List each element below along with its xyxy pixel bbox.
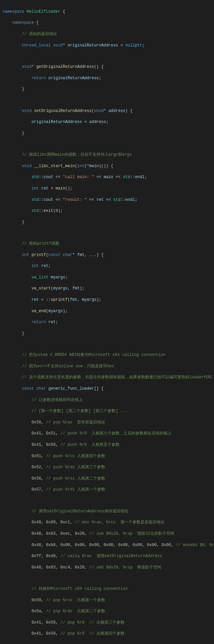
code-editor: namespace HelloElfLoader { namespace { /… (0, 0, 214, 644)
